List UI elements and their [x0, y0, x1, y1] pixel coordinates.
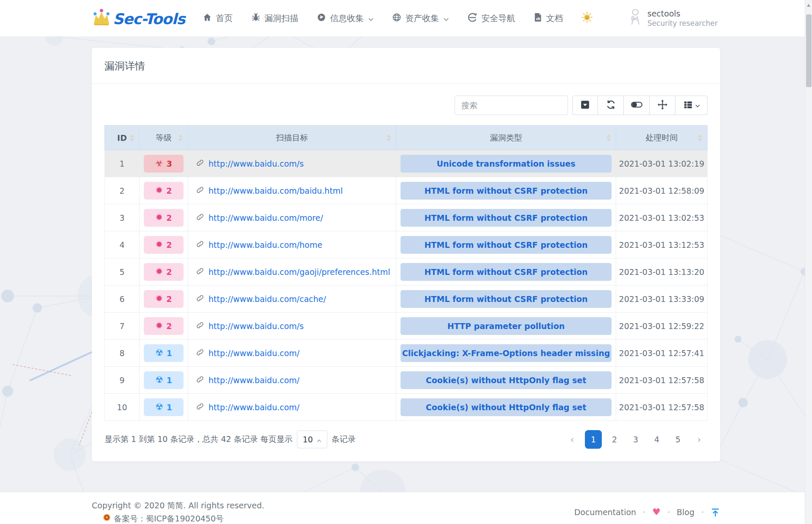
top-navbar: Sec-Tools 首页 漏洞扫描	[0, 0, 812, 36]
blog-link[interactable]: Blog	[677, 508, 694, 517]
target-link[interactable]: http://www.baidu.com/s	[196, 159, 304, 169]
nav-item-home[interactable]: 首页	[203, 13, 233, 24]
chevron-down-icon	[444, 13, 449, 23]
avatar-icon	[628, 8, 642, 28]
columns-button[interactable]	[675, 96, 708, 115]
search-input[interactable]	[455, 96, 568, 115]
page-number[interactable]: 2	[606, 430, 623, 449]
cell-id: 8	[105, 340, 140, 367]
page-scrollbar[interactable]	[805, 0, 812, 524]
target-link[interactable]: http://www.baidu.com/baidu.html	[196, 186, 343, 196]
scroll-to-top-button[interactable]	[710, 508, 720, 517]
user-menu[interactable]: sectools Security researcher	[628, 8, 720, 28]
scrollbar-thumb[interactable]	[806, 14, 812, 87]
pagination-switch-button[interactable]	[572, 96, 598, 115]
nav-item-vuln-scan[interactable]: 漏洞扫描	[251, 13, 298, 24]
nav-item-docs[interactable]: 文档	[534, 13, 563, 24]
level-badge: ✹ 2	[144, 236, 184, 254]
page-title: 漏洞详情	[104, 59, 708, 73]
vuln-type-pill[interactable]: HTML form without CSRF protection	[401, 209, 612, 227]
link-icon	[196, 321, 204, 331]
target-link[interactable]: http://www.baidu.com/home	[196, 240, 322, 250]
heart-icon: ♥	[652, 508, 661, 517]
copyright-text: Copyright © 2020 简简. All rights reserved…	[92, 499, 264, 512]
table-row[interactable]: 10 ☢ 1 http://www.baidu.com/ Cookie(s) w…	[105, 394, 708, 421]
fullscreen-button[interactable]	[650, 96, 675, 115]
chevron-down-icon	[368, 13, 373, 23]
vuln-type-pill[interactable]: HTML form without CSRF protection	[401, 236, 612, 254]
target-link[interactable]: http://www.baidu.com/	[196, 402, 299, 412]
target-link[interactable]: http://www.baidu.com/s	[196, 321, 304, 331]
brand-logo[interactable]: Sec-Tools	[92, 8, 185, 28]
target-link[interactable]: http://www.baidu.com/	[196, 348, 299, 358]
vuln-type-pill[interactable]: Clickjacking: X-Frame-Options header mis…	[401, 344, 612, 362]
biohazard-icon: ☣	[155, 159, 163, 168]
table-row[interactable]: 4 ✹ 2 http://www.baidu.com/home HTML for…	[105, 231, 708, 258]
cell-time: 2021-03-01 12:57:58	[616, 394, 708, 421]
table-row[interactable]: 7 ✹ 2 http://www.baidu.com/s HTTP parame…	[105, 313, 708, 340]
radioactive-icon: ☢	[155, 376, 163, 384]
table-row[interactable]: 6 ✹ 2 http://www.baidu.com/cache/ HTML f…	[105, 285, 708, 313]
page-number[interactable]: 3	[627, 430, 644, 449]
column-header-time[interactable]: 处理时间	[616, 126, 708, 150]
level-badge: ✹ 2	[144, 290, 184, 308]
table-row[interactable]: 2 ✹ 2 http://www.baidu.com/baidu.html HT…	[105, 177, 708, 204]
table-row[interactable]: 8 ☢ 1 http://www.baidu.com/ Clickjacking…	[105, 340, 708, 367]
toggle-view-button[interactable]	[624, 96, 650, 115]
level-badge: ☢ 1	[144, 398, 184, 416]
target-link[interactable]: http://www.baidu.com/	[196, 375, 299, 385]
cell-time: 2021-03-01 13:12:53	[616, 231, 708, 258]
chevron-down-icon	[695, 102, 700, 109]
info-gathering-icon	[317, 13, 326, 24]
column-header-level[interactable]: 等级	[140, 126, 188, 150]
level-badge: ✹ 2	[144, 263, 184, 281]
cell-time: 2021-03-01 12:57:58	[616, 367, 708, 394]
table-row[interactable]: 9 ☢ 1 http://www.baidu.com/ Cookie(s) wi…	[105, 367, 708, 394]
vuln-type-pill[interactable]: HTTP parameter pollution	[401, 317, 612, 335]
user-name: sectools	[647, 8, 718, 19]
page-number[interactable]: 5	[669, 430, 686, 449]
page-number[interactable]: 4	[648, 430, 665, 449]
vuln-type-pill[interactable]: HTML form without CSRF protection	[401, 290, 612, 308]
vuln-type-pill[interactable]: Cookie(s) without HttpOnly flag set	[401, 371, 612, 389]
column-header-target[interactable]: 扫描目标	[188, 126, 396, 150]
page-number[interactable]: 1	[585, 430, 602, 449]
cell-id: 10	[105, 394, 140, 421]
page-prev[interactable]: ‹	[564, 430, 581, 449]
column-header-id[interactable]: ID	[105, 126, 140, 150]
target-link[interactable]: http://www.baidu.com/gaoji/preferences.h…	[196, 267, 390, 277]
target-link[interactable]: http://www.baidu.com/cache/	[196, 294, 326, 304]
column-header-vuln-type[interactable]: 漏洞类型	[396, 126, 616, 150]
cell-id: 3	[105, 204, 140, 231]
vuln-detail-card: 漏洞详情	[92, 48, 720, 461]
table-row[interactable]: 1 ☣ 3 http://www.baidu.com/s Unicode tra…	[105, 150, 708, 177]
sort-arrows-icon	[606, 134, 611, 141]
explorer-e-icon	[467, 13, 477, 24]
vuln-type-pill[interactable]: HTML form without CSRF protection	[401, 182, 612, 200]
link-icon	[196, 402, 204, 412]
cell-id: 7	[105, 313, 140, 340]
vuln-type-pill[interactable]: Unicode transformation issues	[401, 155, 612, 173]
icp-number[interactable]: 备案号：蜀ICP备19020450号	[114, 512, 224, 524]
level-badge: ☢ 1	[144, 344, 184, 362]
table-row[interactable]: 3 ✹ 2 http://www.baidu.com/more/ HTML fo…	[105, 204, 708, 231]
nav-item-asset-gathering[interactable]: 资产收集	[392, 13, 449, 24]
page-size-select[interactable]: 10	[297, 431, 327, 448]
sort-arrows-icon	[387, 134, 391, 141]
table-row[interactable]: 5 ✹ 2 http://www.baidu.com/gaoji/prefere…	[105, 258, 708, 285]
page-next[interactable]: ›	[691, 430, 708, 449]
documentation-link[interactable]: Documentation	[574, 508, 636, 517]
refresh-button[interactable]	[598, 96, 624, 115]
vuln-type-pill[interactable]: HTML form without CSRF protection	[401, 263, 612, 281]
vuln-type-pill[interactable]: Cookie(s) without HttpOnly flag set	[401, 398, 612, 416]
cell-time: 2021-03-01 13:02:19	[616, 150, 708, 177]
virus-icon: ✹	[156, 240, 163, 249]
user-role: Security researcher	[647, 19, 718, 28]
nav-item-security-navigation[interactable]: 安全导航	[467, 13, 515, 24]
cell-time: 2021-03-01 13:13:20	[616, 258, 708, 285]
scrollbar-up-arrow-icon[interactable]	[807, 4, 810, 7]
page-footer: Copyright © 2020 简简. All rights reserved…	[0, 492, 812, 524]
theme-toggle[interactable]	[582, 12, 593, 25]
target-link[interactable]: http://www.baidu.com/more/	[196, 213, 323, 223]
nav-item-info-gathering[interactable]: 信息收集	[317, 13, 373, 24]
